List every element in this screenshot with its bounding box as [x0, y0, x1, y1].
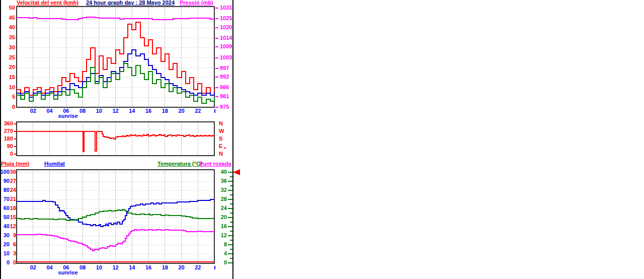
hour-tick-label: 06	[60, 108, 72, 114]
humidity-y-tick-label: 0	[0, 260, 10, 265]
wind-y-tick-label: 50	[2, 5, 15, 11]
pressure-tick-dash	[215, 38, 218, 39]
pressure-tick-dash	[215, 27, 218, 28]
rain-y-tick-label: 9	[10, 233, 16, 238]
wind-y-tick-label: 45	[2, 15, 15, 21]
compass-label: W	[219, 128, 226, 134]
pressure-y-tick-label: 1031	[220, 5, 236, 11]
compass-label: N	[219, 121, 226, 126]
pressure-y-tick-label: 1020	[220, 25, 236, 30]
hour-tick-label: 06	[60, 265, 72, 270]
humidity-y-tick-label: 10	[0, 251, 10, 256]
rain-y-tick-label: 6	[10, 242, 16, 247]
hour-tick-label: 20	[176, 108, 188, 114]
temperature-y-tick-label: 28	[218, 196, 227, 202]
temperature-major-tick	[228, 172, 232, 173]
pressure-y-tick-label: 1025	[220, 16, 236, 21]
hour-tick-label: 04	[44, 265, 56, 270]
rain-y-tick-label: 21	[10, 196, 16, 202]
rain-y-tick-label: 0	[10, 260, 16, 265]
hour-tick-label: 16	[142, 108, 154, 114]
wind-speed-axis-title: Velocitat del vent (kmh)	[17, 0, 78, 6]
sunrise-label-top: sunrise	[55, 113, 80, 119]
wind-y-tick-label: 40	[2, 25, 15, 30]
temperature-minor-tick	[230, 203, 232, 204]
pressure-y-tick-label: 997	[220, 65, 236, 71]
rain-y-tick-label: 3	[10, 251, 16, 256]
pressure-tick-dash	[215, 107, 218, 108]
temperature-major-tick	[228, 199, 232, 200]
temperature-minor-tick	[230, 185, 232, 186]
humidity-y-tick-label: 60	[0, 205, 10, 211]
humidity-y-tick-label: 80	[0, 187, 10, 193]
hour-tick-label: 10	[93, 108, 105, 114]
hour-tick-label: 02	[27, 265, 39, 270]
humidity-y-tick-label: 50	[0, 215, 10, 220]
temperature-y-tick-label: 32	[218, 187, 227, 193]
direction-tick-dash	[14, 131, 16, 132]
rain-y-tick-label: 12	[10, 224, 16, 229]
wind-y-tick-label: 20	[2, 64, 15, 70]
temperature-scale-arrow	[233, 169, 240, 175]
rain-y-tick-label: 24	[10, 187, 16, 193]
temperature-y-tick-label: 4	[218, 251, 227, 256]
pressure-tick-dash	[215, 96, 218, 97]
wind-y-tick-label: 5	[2, 94, 15, 100]
rain-axis-title: Pluja (mm)	[1, 161, 29, 167]
hour-tick-label: 20	[176, 265, 188, 270]
pressure-tick-dash	[215, 77, 218, 78]
hour-tick-label: 08	[76, 265, 89, 270]
pressure-axis-title: Pressió (mb)	[180, 0, 213, 6]
pressure-y-tick-label: 992	[220, 74, 236, 80]
x-axis-end-tick	[214, 266, 215, 269]
rain-y-tick-label: 18	[10, 205, 16, 211]
rain-humidity-temperature-plot	[16, 169, 215, 264]
direction-y-tick-label: 360	[0, 121, 13, 126]
temperature-minor-tick	[230, 231, 232, 232]
pressure-tick-dash	[215, 68, 218, 69]
hour-tick-label: 04	[44, 108, 56, 114]
rain-y-tick-label: 27	[10, 178, 16, 184]
hour-tick-label: 18	[159, 108, 171, 114]
wind-pressure-plot	[16, 6, 215, 108]
direction-y-tick-label: 180	[0, 136, 13, 142]
compass-label: S	[219, 136, 226, 142]
wind-y-tick-label: 10	[2, 85, 15, 90]
temperature-major-tick	[228, 244, 232, 245]
temperature-minor-tick	[230, 249, 232, 250]
temperature-major-tick	[228, 235, 232, 236]
pressure-y-tick-label: 1003	[220, 55, 236, 60]
hour-tick-label: 14	[126, 108, 138, 114]
compass-label: N	[219, 151, 226, 157]
temperature-y-tick-label: 8	[218, 242, 227, 247]
graph-title: 24 hour graph day : 28 Mayo 2024	[86, 0, 175, 6]
hour-tick-label: 12	[110, 108, 122, 114]
wind-direction-plot	[16, 121, 215, 156]
direction-y-tick-label: 270	[0, 128, 13, 134]
wind-y-tick-label: 25	[2, 55, 15, 60]
pressure-tick-dash	[215, 46, 218, 47]
pressure-tick-dash	[215, 8, 218, 9]
temperature-y-tick-label: 12	[218, 233, 227, 238]
dewpoint-axis-title: Punt rosada	[199, 161, 231, 167]
frame-line-right	[232, 0, 233, 279]
temperature-axis-title: Temperatura (°C)	[157, 161, 202, 167]
humidity-y-tick-label: 90	[0, 178, 10, 184]
wind-y-tick-label: 30	[2, 45, 15, 50]
wind-y-tick-label: 15	[2, 75, 15, 80]
temperature-minor-tick	[230, 258, 232, 259]
temperature-minor-tick	[230, 176, 232, 177]
hour-tick-label: 16	[142, 265, 154, 270]
hour-tick-label: 18	[159, 265, 171, 270]
humidity-y-tick-label: 100	[0, 169, 10, 175]
pressure-y-tick-label: 1009	[220, 44, 236, 49]
hour-tick-label: 22	[192, 108, 204, 114]
hour-tick-label: 02	[27, 108, 39, 114]
humidity-y-tick-label: 40	[0, 224, 10, 229]
direction-y-tick-label: 90	[0, 144, 13, 149]
rain-y-tick-label: 30	[10, 169, 16, 175]
pressure-y-tick-label: 975	[220, 104, 236, 110]
hour-tick-label: 12	[110, 265, 122, 270]
temperature-y-tick-label: 36	[218, 178, 227, 184]
temperature-y-tick-label: 20	[218, 215, 227, 220]
